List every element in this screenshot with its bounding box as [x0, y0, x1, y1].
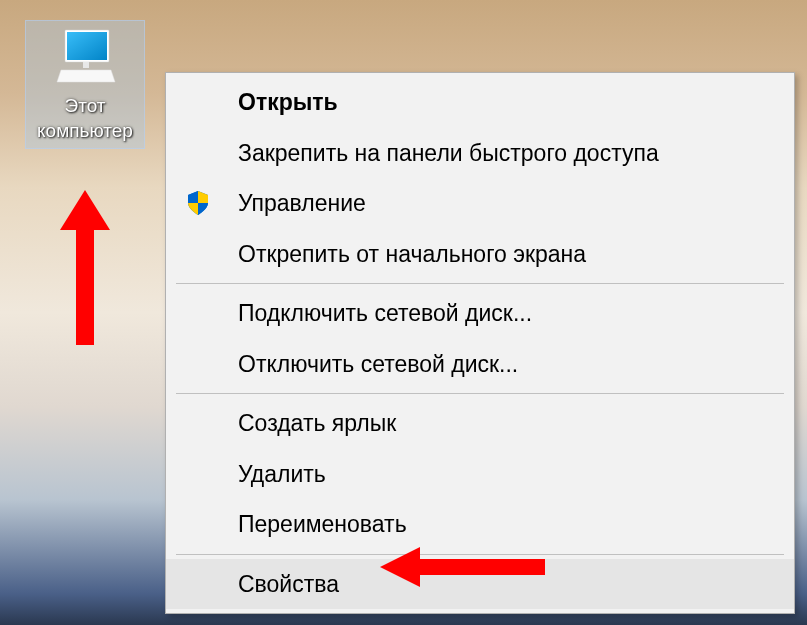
- menu-item-label: Удалить: [238, 461, 326, 487]
- menu-item-disconnect-network-drive[interactable]: Отключить сетевой диск...: [166, 339, 794, 390]
- svg-rect-2: [67, 32, 107, 60]
- menu-item-create-shortcut[interactable]: Создать ярлык: [166, 398, 794, 449]
- computer-icon: [53, 26, 118, 86]
- menu-item-label: Управление: [238, 190, 366, 216]
- menu-item-label: Свойства: [238, 571, 339, 597]
- menu-item-map-network-drive[interactable]: Подключить сетевой диск...: [166, 288, 794, 339]
- menu-item-pin-quick-access[interactable]: Закрепить на панели быстрого доступа: [166, 128, 794, 179]
- annotation-arrow-up: [50, 190, 120, 354]
- menu-item-label: Создать ярлык: [238, 410, 396, 436]
- menu-item-unpin-start[interactable]: Открепить от начального экрана: [166, 229, 794, 280]
- context-menu: Открыть Закрепить на панели быстрого дос…: [165, 72, 795, 614]
- menu-item-label: Открепить от начального экрана: [238, 241, 586, 267]
- annotation-arrow-left: [380, 542, 550, 596]
- menu-item-label: Подключить сетевой диск...: [238, 300, 532, 326]
- menu-item-label: Закрепить на панели быстрого доступа: [238, 140, 659, 166]
- menu-item-delete[interactable]: Удалить: [166, 449, 794, 500]
- menu-item-label: Отключить сетевой диск...: [238, 351, 518, 377]
- svg-rect-3: [83, 62, 89, 68]
- menu-item-manage[interactable]: Управление: [166, 178, 794, 229]
- menu-separator: [176, 283, 784, 284]
- menu-item-label: Переименовать: [238, 511, 407, 537]
- menu-separator: [176, 393, 784, 394]
- desktop-icon-label: Этот компьютер: [31, 94, 139, 143]
- shield-icon: [184, 189, 212, 217]
- menu-item-label: Открыть: [238, 89, 338, 115]
- desktop-icon-this-pc[interactable]: Этот компьютер: [25, 20, 145, 149]
- menu-item-open[interactable]: Открыть: [166, 77, 794, 128]
